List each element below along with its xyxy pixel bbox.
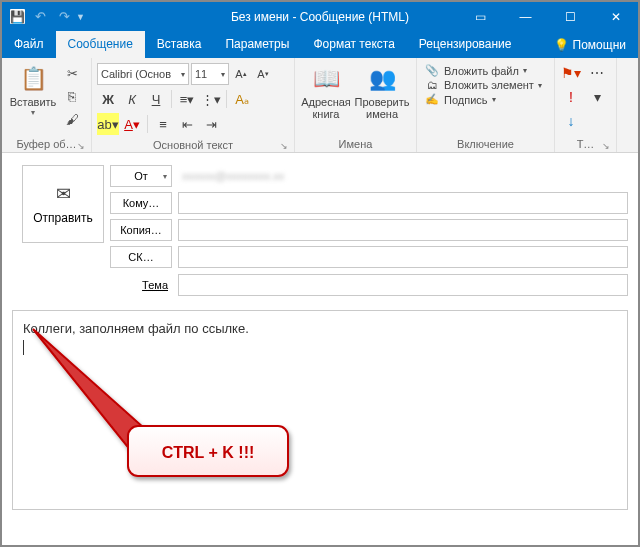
ribbon-tabs: Файл Сообщение Вставка Параметры Формат … (2, 31, 638, 58)
tab-review[interactable]: Рецензирование (407, 31, 524, 58)
subject-label: Тема (110, 279, 172, 291)
ribbon: 📋 Вставить ▾ ✂ ⎘ 🖌 Буфер об…↘ Calibri (О… (2, 58, 638, 153)
dialog-launcher-icon[interactable]: ↘ (280, 141, 288, 151)
font-size-value: 11 (195, 68, 207, 80)
qat-dropdown-icon[interactable]: ▼ (76, 12, 85, 22)
attach-item-icon: 🗂 (424, 79, 440, 91)
increase-font-button[interactable]: A▴ (231, 64, 251, 84)
font-color-button[interactable]: A▾ (121, 113, 143, 135)
bcc-button[interactable]: СК… (110, 246, 172, 268)
cut-button[interactable]: ✂ (62, 63, 82, 83)
decrease-indent-button[interactable]: ⇤ (176, 113, 198, 135)
text-cursor (23, 340, 24, 355)
group-tags-label: Т… (577, 138, 595, 150)
check-names-button[interactable]: 👥 Проверитьимена (354, 61, 410, 122)
ribbon-options-icon[interactable]: ▭ (458, 2, 503, 31)
titlebar: 💾 ↶ ↷ ▼ Без имени - Сообщение (HTML) ▭ ―… (2, 2, 638, 31)
group-basic-text: Calibri (Основ▾ 11▾ A▴ A▾ Ж К Ч ≡▾ ⋮▾ (92, 58, 295, 152)
group-basic-text-label: Основной текст (153, 139, 233, 151)
signature-button[interactable]: ✍Подпись ▾ (422, 92, 498, 107)
lightbulb-icon: 💡 (554, 38, 569, 52)
subject-input[interactable] (178, 274, 628, 296)
cc-input[interactable] (178, 219, 628, 241)
attach-file-button[interactable]: 📎Вложить файл ▾ (422, 63, 529, 78)
quick-access-toolbar: 💾 ↶ ↷ ▼ (2, 8, 85, 26)
font-name-value: Calibri (Основ (101, 68, 171, 80)
send-button[interactable]: ✉ Отправить (22, 165, 104, 243)
group-include-label: Включение (457, 138, 514, 150)
tab-tell-me[interactable]: 💡 Помощни (542, 31, 638, 58)
follow-up-flag-button[interactable]: ⚑▾ (560, 63, 582, 83)
paperclip-icon: 📎 (424, 64, 440, 77)
format-painter-button[interactable]: 🖌 (62, 109, 82, 129)
group-include: 📎Вложить файл ▾ 🗂Вложить элемент ▾ ✍Подп… (417, 58, 555, 152)
highlight-button[interactable]: ab▾ (97, 113, 119, 135)
chevron-down-icon[interactable]: ▾ (586, 87, 608, 107)
message-body-editor[interactable]: Коллеги, заполняем файл по ссылке. CTRL … (12, 310, 628, 510)
paste-icon: 📋 (17, 63, 49, 95)
close-button[interactable]: ✕ (593, 2, 638, 31)
group-names-label: Имена (339, 138, 373, 150)
increase-indent-button[interactable]: ⇥ (200, 113, 222, 135)
group-names: 📖 Адреснаякнига 👥 Проверитьимена Имена (295, 58, 417, 152)
font-name-selector[interactable]: Calibri (Основ▾ (97, 63, 189, 85)
group-clipboard: 📋 Вставить ▾ ✂ ⎘ 🖌 Буфер об…↘ (2, 58, 92, 152)
send-icon: ✉ (56, 183, 71, 205)
window-controls: ▭ ― ☐ ✕ (458, 2, 638, 31)
check-names-icon: 👥 (366, 63, 398, 95)
decrease-font-button[interactable]: A▾ (253, 64, 273, 84)
copy-button[interactable]: ⎘ (62, 86, 82, 106)
address-book-icon: 📖 (310, 63, 342, 95)
redo-icon[interactable]: ↷ (55, 8, 73, 26)
cc-button[interactable]: Копия… (110, 219, 172, 241)
font-size-selector[interactable]: 11▾ (191, 63, 229, 85)
save-icon[interactable]: 💾 (10, 9, 25, 24)
callout-annotation: CTRL + K !!! (113, 371, 333, 514)
high-importance-button[interactable]: ! (560, 87, 582, 107)
tab-insert[interactable]: Вставка (145, 31, 214, 58)
svg-rect-0 (128, 426, 288, 476)
underline-button[interactable]: Ч (145, 88, 167, 110)
bullets-button[interactable]: ≡▾ (176, 88, 198, 110)
tab-file[interactable]: Файл (2, 31, 56, 58)
bold-button[interactable]: Ж (97, 88, 119, 110)
compose-header: ✉ Отправить От xxxxxx@xxxxxxxx.xx Кому… … (2, 153, 638, 296)
tell-me-label: Помощни (573, 38, 626, 52)
from-button[interactable]: От (110, 165, 172, 187)
tab-options[interactable]: Параметры (213, 31, 301, 58)
group-tags: ⚑▾ ! ↓ ⋯ ▾ Т…↘ (555, 58, 617, 152)
paste-label: Вставить (10, 96, 57, 108)
attach-item-button[interactable]: 🗂Вложить элемент ▾ (422, 78, 544, 92)
compose-window: 💾 ↶ ↷ ▼ Без имени - Сообщение (HTML) ▭ ―… (0, 0, 640, 547)
undo-icon[interactable]: ↶ (31, 8, 49, 26)
body-line-1: Коллеги, заполняем файл по ссылке. (23, 321, 617, 336)
tab-message[interactable]: Сообщение (56, 31, 145, 58)
align-left-button[interactable]: ≡ (152, 113, 174, 135)
send-label: Отправить (33, 211, 93, 225)
callout-text: CTRL + K !!! (162, 444, 255, 461)
clear-formatting-button[interactable]: Aₐ (231, 88, 253, 110)
from-value: xxxxxx@xxxxxxxx.xx (178, 165, 628, 187)
signature-icon: ✍ (424, 93, 440, 106)
chevron-down-icon: ▾ (31, 108, 35, 117)
address-book-button[interactable]: 📖 Адреснаякнига (298, 61, 354, 122)
dialog-launcher-icon[interactable]: ↘ (602, 141, 610, 151)
paste-button[interactable]: 📋 Вставить ▾ (5, 61, 61, 119)
group-clipboard-label: Буфер об… (16, 138, 76, 150)
bcc-input[interactable] (178, 246, 628, 268)
minimize-button[interactable]: ― (503, 2, 548, 31)
tab-format[interactable]: Формат текста (301, 31, 406, 58)
to-input[interactable] (178, 192, 628, 214)
italic-button[interactable]: К (121, 88, 143, 110)
tags-overflow-button[interactable]: ⋯ (586, 63, 608, 83)
to-button[interactable]: Кому… (110, 192, 172, 214)
dialog-launcher-icon[interactable]: ↘ (77, 141, 85, 151)
maximize-button[interactable]: ☐ (548, 2, 593, 31)
numbering-button[interactable]: ⋮▾ (200, 88, 222, 110)
low-importance-button[interactable]: ↓ (560, 111, 582, 131)
